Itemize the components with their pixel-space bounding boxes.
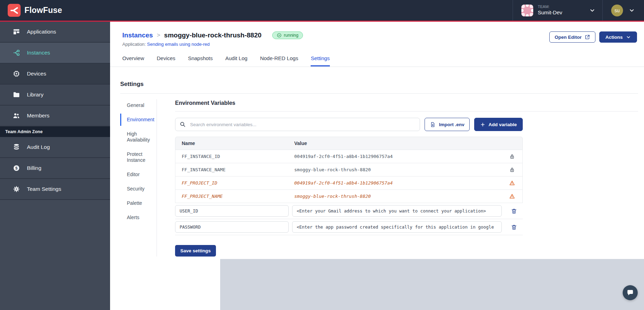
sidebar-item-devices[interactable]: Devices <box>0 64 110 85</box>
tab-snapshots[interactable]: Snapshots <box>188 55 213 66</box>
chevron-down-icon <box>629 7 635 14</box>
chevron-down-icon <box>626 35 631 40</box>
sidebar-item-label: Team Settings <box>27 186 61 192</box>
env-var-value: smoggy-blue-rock-thrush-8820 <box>294 194 501 199</box>
sidebar-item-audit-log[interactable]: Audit Log <box>0 137 110 158</box>
table-row-editable <box>175 219 523 235</box>
team-avatar <box>521 5 533 16</box>
env-var-name: FF_PROJECT_ID <box>175 180 294 186</box>
env-var-name-input[interactable] <box>175 221 289 233</box>
team-selector[interactable]: TEAM: Sumit-Dev <box>513 0 602 21</box>
tab-overview[interactable]: Overview <box>122 55 144 66</box>
tab-devices[interactable]: Devices <box>157 55 175 66</box>
footer-band <box>220 259 644 310</box>
sidebar-item-applications[interactable]: Applications <box>0 22 110 43</box>
column-header-value: Value <box>294 140 501 146</box>
table-row: FF_INSTANCE_NAME smoggy-blue-rock-thrush… <box>175 163 523 176</box>
subnav-protect-instance[interactable]: Protect Instance <box>120 148 157 166</box>
env-var-name-input[interactable] <box>175 205 289 217</box>
sidebar: Applications Instances Devices Library M… <box>0 22 110 310</box>
warning-icon <box>501 180 522 186</box>
search-icon <box>180 121 186 128</box>
subnav-environment[interactable]: Environment <box>120 114 157 126</box>
env-var-value: 004919af-2cf0-4f51-a8b4-1b12906757a4 <box>294 180 501 186</box>
actions-label: Actions <box>605 35 623 40</box>
import-file-icon <box>430 122 436 128</box>
sidebar-item-label: Members <box>27 113 50 119</box>
actions-button[interactable]: Actions <box>599 31 637 43</box>
folder-icon <box>13 91 20 99</box>
table-row-editable <box>175 203 523 219</box>
team-admin-zone-label: Team Admin Zone <box>0 127 110 137</box>
subnav-alerts[interactable]: Alerts <box>120 211 157 224</box>
subnav-palette[interactable]: Palette <box>120 197 157 209</box>
delete-variable-button[interactable] <box>505 224 523 230</box>
lock-icon <box>501 167 522 173</box>
env-var-value-input[interactable] <box>292 221 502 233</box>
save-settings-button[interactable]: Save settings <box>175 245 216 257</box>
svg-text:$: $ <box>15 166 18 170</box>
tab-audit-log[interactable]: Audit Log <box>225 55 247 66</box>
search-input[interactable] <box>175 118 420 131</box>
chat-icon <box>627 289 634 296</box>
lock-icon <box>501 153 522 159</box>
table-row: FF_INSTANCE_ID 004919af-2cf0-4f51-a8b4-1… <box>175 150 523 163</box>
main-content: Instances > smoggy-blue-rock-thrush-8820… <box>110 22 644 310</box>
sidebar-item-library[interactable]: Library <box>0 85 110 106</box>
sidebar-item-instances[interactable]: Instances <box>0 43 110 64</box>
sidebar-item-billing[interactable]: $ Billing <box>0 158 110 179</box>
import-env-label: Import .env <box>439 122 464 127</box>
subnav-high-availability[interactable]: High Availability <box>120 128 157 146</box>
users-icon <box>13 112 20 120</box>
team-name: Sumit-Dev <box>538 9 562 16</box>
table-header: Name Value <box>175 137 523 150</box>
sidebar-item-members[interactable]: Members <box>0 106 110 127</box>
chat-widget-button[interactable] <box>623 285 638 300</box>
trash-icon <box>511 224 517 230</box>
application-link[interactable]: Sending emails using node-red <box>147 42 210 47</box>
sidebar-item-label: Billing <box>27 165 41 171</box>
delete-variable-button[interactable] <box>505 208 523 214</box>
subnav-general[interactable]: General <box>120 99 157 111</box>
flowfuse-logo: FlowFuse <box>0 4 62 17</box>
database-icon <box>13 143 20 151</box>
instances-icon <box>13 49 20 57</box>
table-row: FF_PROJECT_ID 004919af-2cf0-4f51-a8b4-1b… <box>175 176 523 190</box>
team-label: TEAM: <box>538 5 562 9</box>
env-var-name: FF_INSTANCE_ID <box>175 154 294 159</box>
import-env-button[interactable]: Import .env <box>425 118 470 131</box>
subnav-security[interactable]: Security <box>120 183 157 195</box>
sidebar-item-label: Audit Log <box>27 144 50 150</box>
settings-title: Settings <box>120 81 638 94</box>
status-badge: running <box>272 31 303 39</box>
subnav-editor[interactable]: Editor <box>120 168 157 181</box>
tab-settings[interactable]: Settings <box>311 55 330 66</box>
breadcrumb-separator: > <box>157 32 160 39</box>
application-label: Application: <box>122 42 146 47</box>
env-var-name: FF_INSTANCE_NAME <box>175 167 294 172</box>
page-header: Instances > smoggy-blue-rock-thrush-8820… <box>110 22 644 67</box>
open-editor-button[interactable]: Open Editor <box>549 31 595 43</box>
user-menu[interactable]: su <box>602 0 644 21</box>
env-var-value-input[interactable] <box>292 205 502 217</box>
external-link-icon <box>585 34 590 40</box>
sidebar-item-team-settings[interactable]: Team Settings <box>0 179 110 200</box>
sidebar-item-label: Applications <box>27 29 56 35</box>
dollar-icon: $ <box>13 164 20 172</box>
breadcrumb-instances-link[interactable]: Instances <box>122 31 153 39</box>
add-variable-label: Add variable <box>489 122 517 127</box>
flowfuse-logo-icon <box>8 4 21 17</box>
plus-icon <box>480 122 485 127</box>
tab-node-red-logs[interactable]: Node-RED Logs <box>260 55 298 66</box>
chevron-down-icon <box>589 7 595 14</box>
env-var-value: smoggy-blue-rock-thrush-8820 <box>294 167 501 172</box>
instance-name: smoggy-blue-rock-thrush-8820 <box>164 31 262 39</box>
play-circle-icon <box>277 33 282 38</box>
sidebar-item-label: Instances <box>27 50 50 56</box>
instance-tabs: Overview Devices Snapshots Audit Log Nod… <box>122 55 637 66</box>
table-row: FF_PROJECT_NAME smoggy-blue-rock-thrush-… <box>175 190 523 203</box>
env-var-name: FF_PROJECT_NAME <box>175 194 294 199</box>
status-text: running <box>284 33 298 38</box>
add-variable-button[interactable]: Add variable <box>474 118 523 131</box>
env-var-value: 004919af-2cf0-4f51-a8b4-1b12906757a4 <box>294 154 501 159</box>
